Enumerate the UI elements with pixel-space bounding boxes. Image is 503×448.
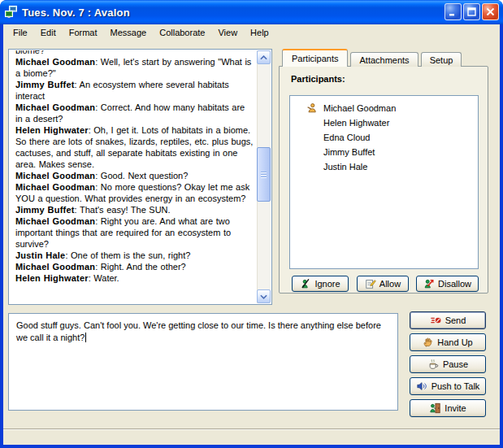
menu-message[interactable]: Message (104, 25, 154, 40)
allow-button[interactable]: Allow (357, 276, 409, 292)
pause-button[interactable]: Pause (410, 355, 486, 373)
participant-name: Justin Hale (323, 162, 367, 172)
window-title: Tues. Nov. 7 : Avalon (22, 7, 130, 19)
moderator-icon (306, 102, 317, 114)
hand-icon (423, 337, 434, 348)
window-body: FileEditFormatMessageCollaborateViewHelp… (3, 24, 500, 445)
transcript-content: biome?Michael Goodman: Well, let's start… (10, 50, 257, 303)
transcript-scrollbar[interactable] (257, 50, 271, 303)
tab-participants[interactable]: Participants (282, 49, 348, 67)
send-button[interactable]: Send (410, 311, 486, 329)
menu-bar: FileEditFormatMessageCollaborateViewHelp (3, 24, 500, 41)
participant-name: Helen Highwater (323, 118, 389, 128)
message-sender: Justin Hale (15, 250, 65, 260)
participant-name: Jimmy Buffet (323, 147, 375, 157)
message-sender: Helen Highwater (15, 273, 89, 283)
disallow-icon (423, 278, 435, 289)
message-sender: Jimmy Buffet (15, 80, 75, 89)
pause-icon (427, 359, 440, 370)
chat-message: Michael Goodman: Correct. And how many h… (15, 102, 254, 124)
tab-attachments[interactable]: Attachments (350, 52, 418, 67)
message-sender: Michael Goodman (15, 182, 95, 192)
chat-message: Michael Goodman: Well, let's start by an… (15, 56, 254, 79)
clipped-message-line: biome? (15, 50, 254, 56)
chat-message: Michael Goodman: Right you are. And what… (15, 215, 254, 250)
button-label: Disallow (438, 279, 471, 289)
participant-row[interactable]: Jimmy Buffet (290, 145, 478, 159)
chat-message: Helen Highwater: Oh, I get it. Lots of h… (15, 124, 254, 170)
participants-label: Participants: (291, 74, 345, 84)
menu-help[interactable]: Help (244, 25, 275, 40)
chat-message: Michael Goodman: Right. And the other? (15, 261, 254, 272)
message-sender: Helen Highwater (15, 125, 89, 135)
participants-list[interactable]: Michael GoodmanHelen HighwaterEdna Cloud… (289, 95, 479, 269)
chat-message: Jimmy Buffet: An ecosystem where several… (15, 79, 254, 102)
chat-transcript[interactable]: biome?Michael Goodman: Well, let's start… (8, 49, 272, 305)
tab-setup[interactable]: Setup (421, 52, 462, 67)
scroll-thumb[interactable] (257, 147, 271, 202)
chat-message: Justin Hale: One of them is the sun, rig… (15, 250, 254, 261)
participant-name: Michael Goodman (323, 103, 396, 113)
allow-icon (365, 278, 376, 289)
status-bar (3, 428, 500, 445)
push-to-talk-button[interactable]: Push to Talk (410, 377, 486, 395)
participant-icon-slot (306, 102, 323, 114)
participant-row[interactable]: Helen Highwater (290, 115, 478, 130)
menu-file[interactable]: File (7, 25, 34, 40)
chat-message: Jimmy Buffet: That's easy! The SUN. (15, 204, 254, 215)
menu-edit[interactable]: Edit (34, 25, 63, 40)
chat-message: Michael Goodman: Good. Next question? (15, 170, 254, 181)
scroll-up-button[interactable] (257, 50, 271, 64)
message-sender: Michael Goodman (15, 171, 95, 181)
message-sender: Michael Goodman (15, 216, 95, 226)
chat-message: Helen Highwater: Water. (15, 272, 254, 284)
message-sender: Michael Goodman (15, 262, 95, 272)
button-label: Send (445, 315, 466, 325)
talk-icon (416, 381, 428, 392)
button-label: Pause (443, 359, 468, 369)
participant-row[interactable]: Justin Hale (290, 159, 478, 174)
message-sender: Michael Goodman (15, 102, 95, 112)
menu-format[interactable]: Format (63, 25, 104, 40)
button-label: Allow (379, 279, 401, 289)
close-button[interactable] (482, 3, 499, 20)
window-controls (444, 3, 499, 20)
action-buttons: SendHand UpPausePush to TalkInvite (410, 311, 486, 417)
button-label: Invite (444, 403, 466, 413)
invite-button[interactable]: Invite (410, 399, 486, 417)
minimize-button[interactable] (444, 3, 462, 20)
scroll-down-button[interactable] (257, 289, 271, 303)
button-label: Ignore (314, 279, 340, 289)
chat-message: Michael Goodman: No more questions? Okay… (15, 181, 254, 204)
send-icon (430, 315, 442, 326)
menu-view[interactable]: View (211, 25, 244, 40)
maximize-button[interactable] (463, 3, 480, 20)
title-bar[interactable]: Tues. Nov. 7 : Avalon (0, 0, 503, 24)
ignore-icon (300, 278, 311, 289)
menu-collaborate[interactable]: Collaborate (153, 25, 211, 40)
message-input[interactable]: Good stuff guys. Can't fool you. We're g… (8, 313, 398, 411)
participants-panel: Participants: Michael GoodmanHelen Highw… (279, 66, 488, 294)
hand-up-button[interactable]: Hand Up (410, 333, 486, 351)
participant-name: Edna Cloud (323, 133, 371, 142)
disallow-button[interactable]: Disallow (416, 276, 479, 292)
button-label: Push to Talk (431, 381, 480, 391)
invite-icon (429, 402, 441, 414)
participant-row[interactable]: Michael Goodman (290, 101, 478, 115)
participant-row[interactable]: Edna Cloud (290, 130, 478, 145)
message-sender: Jimmy Buffet (15, 205, 75, 215)
tab-bar: ParticipantsAttachmentsSetup (282, 49, 462, 67)
application-window: Tues. Nov. 7 : Avalon FileEditFormatMess… (0, 0, 503, 448)
app-icon (5, 6, 18, 19)
message-sender: Michael Goodman (15, 57, 95, 67)
message-input-text: Good stuff guys. Can't fool you. We're g… (16, 320, 381, 342)
text-caret (85, 333, 86, 342)
ignore-button[interactable]: Ignore (292, 276, 349, 292)
button-label: Hand Up (437, 337, 472, 347)
